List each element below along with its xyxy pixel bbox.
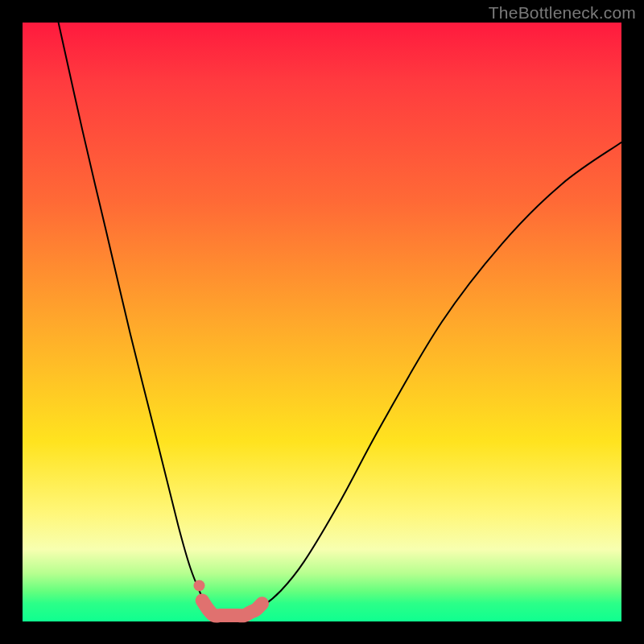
highlight-segment	[202, 601, 262, 616]
chart-plot-area	[23, 23, 621, 621]
chart-frame: TheBottleneck.com	[0, 0, 644, 644]
bottleneck-curve	[59, 23, 621, 616]
chart-svg	[23, 23, 621, 621]
highlight-dot-icon	[194, 580, 205, 591]
watermark-text: TheBottleneck.com	[489, 3, 636, 23]
